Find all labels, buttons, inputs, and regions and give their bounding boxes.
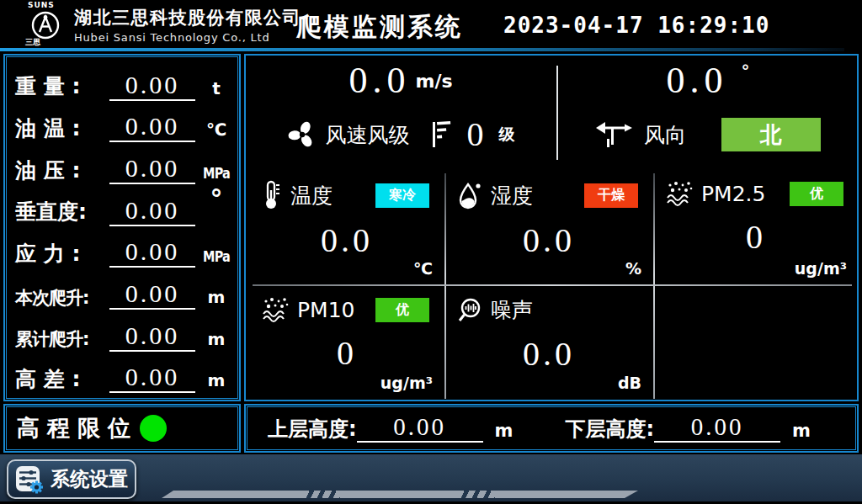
current-climb-unit: m [200, 284, 232, 310]
wind-level-readout: 风速风级 0 级 [246, 118, 556, 151]
noise-cell: 噪声 0.0 dB [446, 288, 652, 397]
footer-decor-stripe [162, 491, 638, 498]
sound-magnifier-icon [456, 297, 483, 324]
company-name-cn: 湖北三思科技股份有限公司 [74, 6, 301, 29]
sidebar-row-oil-temp: 油 温 : 0.00 ℃ [15, 103, 232, 142]
thermometer-icon [261, 180, 283, 210]
wind-compass-badge: 北 [721, 118, 821, 151]
grid-divider-horizontal [253, 284, 852, 286]
weight-unit: t [200, 76, 232, 101]
height-diff-label: 高 差 : [15, 366, 109, 394]
lower-height-value: 0.00 [654, 414, 780, 443]
verticality-unit: ° [200, 188, 232, 210]
system-settings-button[interactable]: 系统设置 [7, 459, 136, 499]
wind-section-divider [556, 66, 558, 160]
elevation-limit-indicator [140, 415, 167, 442]
pm25-cell: PM2.5 优 0 ug/m³ [655, 172, 857, 283]
humidity-label: 湿度 [491, 182, 533, 210]
oil-pressure-label: 油 压 : [15, 157, 109, 185]
empty-cell [655, 288, 857, 397]
humidity-cell: 湿度 干燥 0.0 % [446, 172, 652, 283]
sidebar-row-verticality: 垂直度: 0.00 ° [15, 188, 232, 226]
temperature-unit: ℃ [413, 259, 433, 278]
weight-value: 0.00 [109, 71, 195, 101]
droplet-icon [456, 180, 483, 210]
oil-temp-label: 油 温 : [15, 115, 109, 143]
pm25-label: PM2.5 [701, 182, 765, 206]
company-name-en: Hubei Sansi Technology Co., Ltd [74, 31, 301, 44]
company-logo: SUNS 三思 [20, 2, 71, 48]
header-divider [0, 48, 844, 51]
wind-direction-value: 0.0 [667, 62, 728, 99]
verticality-value: 0.00 [109, 196, 195, 226]
sidebar-row-weight: 重 量 : 0.00 t [15, 62, 232, 101]
humidity-value: 0.0 [446, 224, 652, 257]
datetime-display: 2023-04-17 16:29:10 [503, 13, 769, 38]
sidebar-row-current-climb: 本次爬升: 0.00 m [15, 271, 232, 310]
dust-particles-icon [665, 180, 694, 207]
wind-level-unit: 级 [499, 124, 515, 146]
page-title: 爬模监测系统 [296, 10, 463, 45]
sidebar-row-height-diff: 高 差 : 0.00 m [15, 354, 232, 393]
total-climb-unit: m [200, 326, 232, 352]
sliders-gear-icon [15, 464, 44, 495]
lower-height-label: 下层高度: [566, 416, 655, 443]
current-climb-value: 0.00 [109, 279, 195, 310]
lower-height-unit: m [792, 420, 811, 443]
oil-pressure-value: 0.00 [109, 154, 195, 184]
noise-unit: dB [618, 374, 641, 392]
humidity-unit: % [625, 259, 641, 278]
total-climb-value: 0.00 [109, 321, 195, 352]
logo-bottom-text: 三思 [20, 39, 71, 46]
wind-level-flag-icon [430, 120, 452, 149]
height-diff-value: 0.00 [109, 363, 195, 393]
current-climb-label: 本次爬升: [15, 287, 109, 310]
pm25-unit: ug/m³ [795, 259, 847, 278]
wind-speed-readout: 0.0 m/s [246, 62, 556, 99]
wind-direction-label: 风向 [644, 121, 686, 149]
wind-direction-unit: ° [742, 61, 750, 81]
stress-value: 0.00 [109, 237, 195, 268]
lower-height-group: 下层高度: 0.00 m [566, 414, 811, 443]
suns-logo-icon [20, 9, 71, 41]
pm10-label: PM10 [297, 298, 354, 322]
verticality-label: 垂直度: [15, 199, 109, 226]
measurement-sidebar: 重 量 : 0.00 t 油 温 : 0.00 ℃ 油 压 : 0.00 MPa… [3, 54, 241, 401]
total-climb-label: 累计爬升: [15, 328, 109, 351]
layer-heights-box: 上层高度: 0.00 m 下层高度: 0.00 m [244, 404, 859, 453]
logo-top-text: SUNS [20, 2, 71, 9]
fan-icon [287, 119, 317, 150]
wind-speed-value: 0.0 [349, 62, 410, 99]
wind-level-value: 0 [467, 118, 484, 151]
upper-height-unit: m [495, 420, 513, 443]
wind-direction-row: 风向 北 [559, 118, 857, 151]
pm25-value: 0 [655, 220, 857, 254]
stress-label: 应 力 : [15, 241, 109, 268]
pm10-unit: ug/m³ [380, 374, 433, 392]
temperature-value: 0.0 [251, 224, 443, 257]
weight-label: 重 量 : [15, 73, 109, 101]
stress-unit: MPa [203, 247, 230, 268]
pm10-cell: PM10 优 0 ug/m³ [251, 288, 443, 397]
temperature-status-badge: 寒冷 [375, 183, 429, 208]
humidity-status-badge: 干燥 [584, 183, 638, 208]
sidebar-row-total-climb: 累计爬升: 0.00 m [15, 313, 232, 352]
oil-temp-unit: ℃ [200, 117, 232, 142]
wind-speed-label: 风速风级 [326, 121, 410, 149]
temperature-label: 温度 [290, 182, 333, 210]
wind-vane-icon [595, 119, 632, 151]
elevation-limit-box: 高程限位 [3, 404, 241, 453]
system-settings-label: 系统设置 [51, 466, 128, 492]
upper-height-value: 0.00 [357, 414, 483, 443]
pm10-status-badge: 优 [375, 298, 429, 322]
elevation-limit-label: 高程限位 [17, 413, 138, 443]
height-diff-unit: m [200, 368, 232, 393]
temperature-cell: 温度 寒冷 0.0 ℃ [251, 172, 443, 283]
oil-pressure-unit: MPa [203, 163, 230, 185]
noise-value: 0.0 [446, 337, 652, 371]
noise-label: 噪声 [491, 296, 533, 324]
oil-temp-value: 0.00 [109, 112, 195, 142]
upper-height-label: 上层高度: [268, 416, 357, 443]
sidebar-row-oil-pressure: 油 压 : 0.00 MPa [15, 146, 232, 184]
company-name-block: 湖北三思科技股份有限公司 Hubei Sansi Technology Co.,… [74, 6, 301, 44]
